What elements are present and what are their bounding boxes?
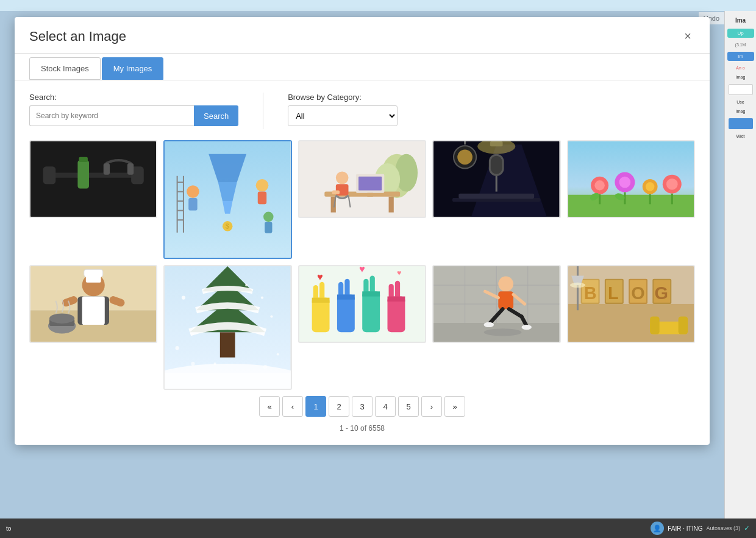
image-item-3[interactable] bbox=[298, 140, 426, 218]
pagination-page-1[interactable]: 1 bbox=[305, 396, 326, 417]
pagination-first[interactable]: « bbox=[259, 396, 280, 417]
bottom-bar-left: to bbox=[6, 525, 11, 532]
import-button[interactable]: Im bbox=[727, 52, 754, 61]
image-6-thumb bbox=[30, 266, 156, 342]
image-5-thumb bbox=[568, 141, 694, 217]
svg-rect-4 bbox=[77, 160, 89, 188]
svg-point-97 bbox=[191, 362, 195, 366]
svg-rect-110 bbox=[362, 291, 380, 332]
image-item-6[interactable] bbox=[29, 265, 157, 343]
pagination-last[interactable]: » bbox=[444, 396, 465, 417]
width-label: Widt bbox=[736, 134, 745, 138]
tab-stock-images[interactable]: Stock Images bbox=[29, 57, 101, 80]
image-id-label: Imag bbox=[736, 109, 746, 113]
image-item-5[interactable] bbox=[567, 140, 695, 218]
svg-rect-6 bbox=[104, 163, 110, 175]
svg-point-95 bbox=[277, 353, 279, 355]
svg-rect-87 bbox=[165, 373, 290, 389]
svg-rect-105 bbox=[312, 298, 329, 303]
image-10-thumb: B L O G bbox=[568, 266, 694, 342]
svg-rect-34 bbox=[388, 197, 393, 213]
svg-rect-37 bbox=[367, 193, 373, 197]
search-button[interactable]: Search bbox=[194, 105, 238, 126]
svg-rect-155 bbox=[678, 316, 687, 334]
svg-point-98 bbox=[246, 284, 248, 286]
section-divider bbox=[263, 93, 263, 129]
svg-point-65 bbox=[646, 182, 654, 191]
search-left: Search: Search bbox=[29, 93, 238, 126]
image-4-thumb bbox=[433, 141, 559, 217]
svg-rect-57 bbox=[568, 195, 694, 217]
image-input[interactable] bbox=[729, 84, 753, 95]
image-2-thumb: $ bbox=[165, 141, 290, 258]
svg-point-138 bbox=[522, 325, 532, 330]
svg-rect-154 bbox=[650, 316, 659, 334]
svg-rect-109 bbox=[337, 294, 355, 299]
svg-rect-91 bbox=[220, 332, 235, 357]
svg-point-93 bbox=[271, 315, 273, 317]
upload-button[interactable]: Up bbox=[727, 29, 754, 38]
pagination-page-5[interactable]: 5 bbox=[398, 396, 419, 417]
svg-point-15 bbox=[256, 179, 269, 192]
svg-point-68 bbox=[666, 179, 678, 190]
use-label: Use bbox=[736, 100, 744, 104]
svg-rect-14 bbox=[189, 198, 198, 211]
pagination-page-3[interactable]: 3 bbox=[352, 396, 373, 417]
pagination-next[interactable]: › bbox=[421, 396, 442, 417]
category-label: Browse by Category: bbox=[288, 93, 398, 102]
svg-text:♥: ♥ bbox=[359, 266, 365, 274]
search-input[interactable] bbox=[29, 105, 194, 126]
pagination: « ‹ 1 2 3 4 5 › » bbox=[29, 396, 695, 417]
pagination-page-2[interactable]: 2 bbox=[329, 396, 349, 417]
category-section: Browse by Category: All Animals Business… bbox=[288, 93, 398, 126]
svg-point-92 bbox=[182, 296, 185, 299]
image-item-8[interactable]: ♥ ♥ ♥ bbox=[298, 265, 426, 343]
svg-point-99 bbox=[214, 363, 216, 365]
svg-text:♥: ♥ bbox=[317, 271, 323, 282]
autosave-text: Autosaves (3) bbox=[706, 525, 740, 531]
svg-rect-113 bbox=[362, 291, 380, 296]
modal-header: Select an Image × bbox=[15, 17, 710, 54]
svg-rect-16 bbox=[258, 192, 266, 205]
an-label: An o bbox=[736, 66, 744, 70]
right-panel: Ima Up (3.1M Im An o Imag Use Imag Widt bbox=[724, 11, 756, 538]
image-item-4[interactable] bbox=[432, 140, 560, 218]
svg-point-158 bbox=[570, 283, 585, 288]
pagination-prev[interactable]: ‹ bbox=[282, 396, 303, 417]
svg-rect-49 bbox=[491, 156, 502, 174]
category-select[interactable]: All Animals Business Food Nature People … bbox=[288, 105, 398, 126]
image-item-2[interactable]: $ bbox=[163, 140, 291, 259]
right-panel-title: Ima bbox=[735, 17, 746, 24]
image-1-thumb bbox=[30, 141, 156, 217]
svg-point-17 bbox=[263, 212, 274, 222]
bottom-bar: to 👤 FAIR · ITING Autosaves (3) ✓ bbox=[0, 519, 756, 538]
svg-rect-131 bbox=[499, 291, 514, 309]
svg-rect-77 bbox=[86, 274, 101, 282]
app-name: FAIR · ITING bbox=[668, 525, 702, 532]
svg-rect-5 bbox=[79, 157, 87, 162]
upload-size: (3.1M bbox=[735, 43, 746, 47]
image-item-1[interactable] bbox=[29, 140, 157, 218]
svg-rect-18 bbox=[265, 222, 272, 233]
image-item-10[interactable]: B L O G bbox=[567, 265, 695, 343]
svg-text:B: B bbox=[583, 283, 596, 303]
svg-rect-54 bbox=[459, 194, 535, 199]
pagination-page-4[interactable]: 4 bbox=[375, 396, 396, 417]
modal-close-button[interactable]: × bbox=[680, 28, 695, 44]
image-item-9[interactable] bbox=[432, 265, 560, 343]
svg-text:L: L bbox=[608, 283, 619, 303]
modal-body: Search: Search Browse by Category: All A… bbox=[15, 80, 710, 445]
select-image-modal: Select an Image × Stock Images My Images… bbox=[15, 17, 710, 445]
svg-point-100 bbox=[263, 365, 267, 369]
user-icon: 👤 bbox=[651, 522, 664, 535]
image-3-thumb bbox=[299, 141, 425, 217]
svg-point-13 bbox=[187, 185, 200, 198]
checkmark-icon: ✓ bbox=[744, 524, 750, 533]
image-item-7[interactable] bbox=[163, 265, 291, 390]
search-section: Search: Search Browse by Category: All A… bbox=[29, 93, 695, 129]
image-label: Imag bbox=[736, 75, 746, 79]
image-7-thumb bbox=[165, 266, 290, 389]
tab-my-images[interactable]: My Images bbox=[102, 57, 164, 80]
svg-rect-117 bbox=[387, 296, 405, 301]
image-id-box bbox=[729, 118, 753, 129]
